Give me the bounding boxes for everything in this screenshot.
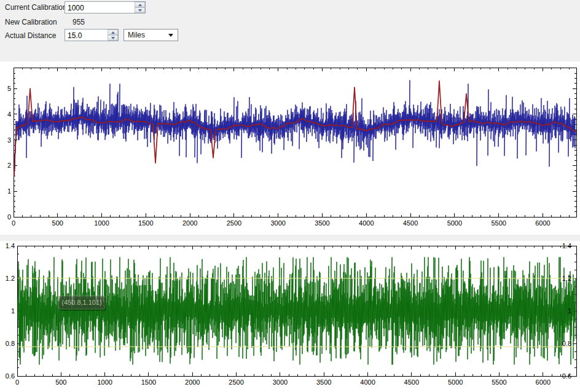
x-tick-label: 4500 — [404, 378, 419, 386]
y-tick-label: 5 — [7, 85, 11, 92]
x-tick-label: 3500 — [315, 219, 329, 227]
current-calibration-spinner — [135, 2, 145, 13]
x-tick-label: 3000 — [270, 219, 285, 227]
x-tick-label: 5000 — [447, 219, 462, 227]
x-tick-label: 4000 — [360, 378, 375, 386]
x-tick-label: 5500 — [491, 219, 506, 227]
series-blue-raw-signal — [14, 80, 576, 173]
triangle-down-icon — [138, 9, 142, 12]
calibration-window: { "calibration_form": { "current_calibra… — [0, 0, 580, 392]
x-tick-label: 1000 — [97, 378, 112, 386]
hover-tooltip: (450.8,1.101) — [58, 296, 106, 311]
triangle-up-icon — [138, 4, 142, 6]
x-tick-label: 3000 — [273, 378, 288, 386]
upper-chart[interactable]: 0500100015002000250030003500400045005000… — [0, 61, 580, 235]
y-tick-label: 0 — [7, 213, 11, 221]
y-tick-label-right: 1.4 — [562, 242, 571, 249]
new-calibration-value: 955 — [72, 18, 85, 26]
plot-frame — [14, 68, 576, 217]
triangle-up-icon — [111, 31, 115, 34]
chevron-down-icon — [168, 34, 173, 37]
triangle-down-icon — [111, 37, 115, 39]
x-tick-label: 2500 — [229, 378, 243, 386]
x-tick-label: 1500 — [138, 219, 153, 227]
x-tick-label: 500 — [55, 378, 66, 386]
x-tick-label: 2500 — [227, 219, 241, 227]
x-tick-label: 4500 — [403, 219, 418, 227]
lower-chart-panel: 0500100015002000250030003500400045005000… — [0, 241, 580, 392]
spin-up-button[interactable] — [135, 2, 145, 7]
actual-distance-label: Actual Distance — [5, 31, 56, 40]
x-tick-label: 4000 — [359, 219, 374, 227]
y-tick-label: 1.2 — [6, 275, 15, 282]
new-calibration-label: New Calibration — [5, 18, 57, 26]
y-tick-label: 0.8 — [6, 340, 15, 347]
x-tick-label: 2000 — [185, 378, 200, 386]
y-tick-label-right: 0.6 — [562, 372, 571, 380]
y-tick-label: 1.4 — [6, 242, 15, 249]
x-tick-label: 1500 — [141, 378, 156, 386]
y-tick-label: 0.6 — [6, 372, 15, 380]
y-tick-label: 3 — [7, 136, 11, 144]
panel-separator — [0, 235, 580, 241]
x-tick-label: 5500 — [492, 378, 506, 386]
upper-chart-panel: 0500100015002000250030003500400045005000… — [0, 61, 580, 235]
y-tick-label-right: 0.8 — [562, 340, 571, 347]
actual-distance-spinner — [108, 29, 118, 41]
y-tick-label: 4 — [7, 111, 11, 118]
spin-down-button[interactable] — [135, 7, 145, 13]
x-tick-label: 6000 — [535, 219, 550, 227]
x-tick-label: 6000 — [536, 378, 551, 386]
spin-up-button[interactable] — [108, 29, 118, 35]
x-tick-label: 3500 — [316, 378, 331, 386]
tooltip-readout: (450.8,1.101) — [61, 299, 101, 306]
axes: 0500100015002000250030003500400045005000… — [7, 68, 576, 227]
current-calibration-label: Current Calibration — [5, 3, 67, 12]
x-tick-label: 500 — [52, 219, 63, 227]
current-calibration-input[interactable] — [65, 2, 136, 13]
x-tick-label: 2000 — [182, 219, 197, 227]
units-dropdown[interactable]: Miles — [123, 29, 178, 41]
actual-distance-input[interactable] — [65, 29, 109, 41]
x-tick-label: 0 — [12, 219, 15, 227]
y-tick-label-right: 1.2 — [562, 275, 571, 282]
calibration-form: Current Calibration New Calibration 955 … — [0, 0, 580, 61]
lower-chart[interactable]: 0500100015002000250030003500400045005000… — [0, 241, 580, 392]
x-tick-label: 1000 — [94, 219, 109, 227]
y-tick-label-right: 1 — [568, 307, 571, 315]
units-dropdown-value: Miles — [124, 31, 168, 39]
x-tick-label: 0 — [15, 378, 19, 386]
x-tick-label: 5000 — [448, 378, 463, 386]
y-tick-label: 1 — [7, 187, 11, 195]
y-tick-label: 2 — [7, 162, 11, 169]
current-calibration-spinbox[interactable] — [65, 1, 146, 14]
y-tick-label: 1 — [11, 307, 15, 315]
spin-down-button[interactable] — [108, 35, 118, 41]
actual-distance-spinbox[interactable] — [65, 29, 119, 41]
